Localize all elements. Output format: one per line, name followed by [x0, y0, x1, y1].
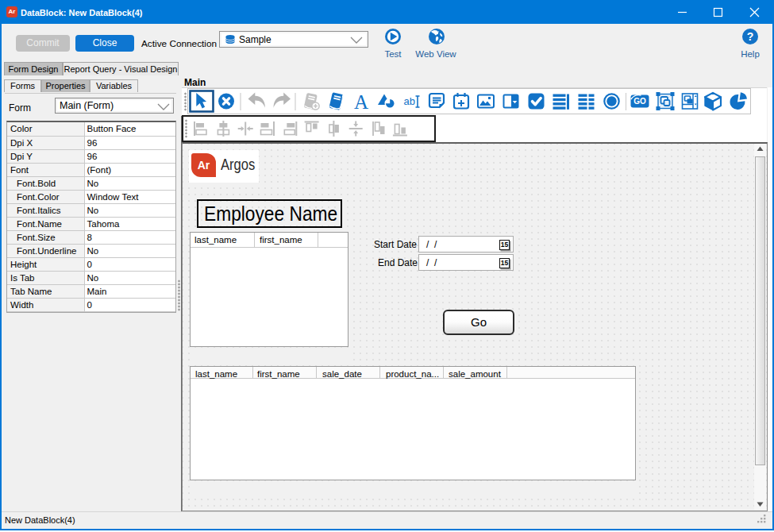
- svg-text:A: A: [354, 91, 368, 113]
- svg-text:?: ?: [747, 30, 754, 43]
- svg-text:GO: GO: [633, 97, 646, 106]
- svg-text:ab: ab: [404, 95, 415, 107]
